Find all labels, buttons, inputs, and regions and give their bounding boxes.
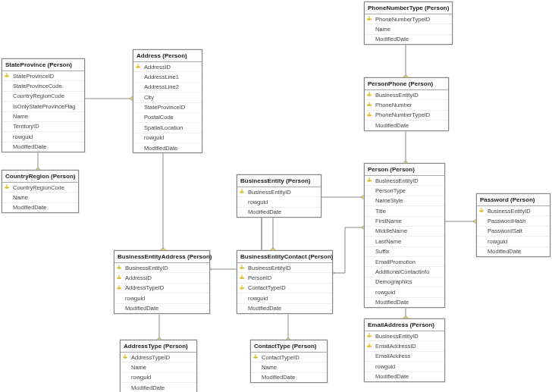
entity-title: BusinessEntity (Person) [237, 175, 321, 187]
entity-title: BusinessEntityContact (Person) [237, 251, 332, 263]
column: rowguid [133, 133, 202, 143]
column: ModifiedDate [365, 298, 444, 307]
column: ModifiedDate [2, 203, 78, 212]
entity-title: Person (Person) [365, 164, 444, 176]
column: EmailPromotion [365, 257, 444, 267]
pk-column: BusinessEntityID [237, 263, 332, 273]
entity-countryregion[interactable]: CountryRegion (Person)CountryRegionCodeN… [2, 170, 79, 213]
column: Name [251, 362, 327, 372]
entity-title: PersonPhone (Person) [365, 78, 448, 90]
entity-title: ContactType (Person) [251, 340, 327, 353]
pk-column: BusinessEntityID [365, 90, 448, 100]
column: NameStyle [365, 196, 444, 206]
entity-title: AddressType (Person) [121, 340, 196, 353]
column: rowguid [237, 197, 321, 207]
column: PasswordHash [477, 216, 550, 226]
column: PasswordSalt [477, 227, 550, 237]
column: PostalCode [133, 113, 202, 123]
pk-column: EmailAddressID [365, 341, 444, 351]
pk-column: BusinessEntityID [477, 206, 550, 216]
column: ModifiedDate [2, 143, 84, 152]
entity-title: BusinessEntityAddress (Person) [114, 251, 209, 263]
entity-title: StateProvince (Person) [2, 59, 84, 71]
pk-column: AddressTypeID [121, 353, 196, 362]
column: rowguid [477, 237, 550, 246]
column: MiddleName [365, 227, 444, 237]
entity-password[interactable]: Password (Person)BusinessEntityIDPasswor… [476, 193, 550, 257]
column: rowguid [2, 132, 84, 142]
column: AddressLine2 [133, 83, 202, 93]
column: Suffix [365, 247, 444, 257]
column: rowguid [365, 362, 444, 372]
column: ModifiedDate [133, 143, 202, 152]
entity-stateprovince[interactable]: StateProvince (Person)StateProvinceIDSta… [2, 58, 85, 152]
entity-title: PhoneNumberType (Person) [365, 2, 452, 14]
column: LastName [365, 237, 444, 246]
pk-column: BusinessEntityID [114, 263, 209, 273]
pk-column: BusinessEntityID [365, 331, 444, 341]
entity-businessentitycontact[interactable]: BusinessEntityContact (Person)BusinessEn… [237, 250, 333, 314]
column: ModifiedDate [365, 35, 452, 44]
column: ModifiedDate [121, 383, 196, 392]
pk-column: AddressTypeID [114, 284, 209, 293]
column: AddressLine1 [133, 72, 202, 82]
column: rowguid [114, 293, 209, 303]
entity-title: CountryRegion (Person) [2, 171, 78, 183]
entity-person[interactable]: Person (Person)BusinessEntityIDPersonTyp… [364, 163, 445, 308]
column: IsOnlyStateProvinceFlag [2, 102, 84, 111]
column: rowguid [365, 287, 444, 297]
column: Demographics [365, 278, 444, 287]
column: TerritoryID [2, 122, 84, 132]
entity-businessentityaddress[interactable]: BusinessEntityAddress (Person)BusinessEn… [114, 250, 210, 314]
entity-contacttype[interactable]: ContactType (Person)ContactTypeIDNameMod… [250, 340, 328, 383]
entity-title: Address (Person) [133, 50, 202, 62]
column: AdditionalContactInfo [365, 267, 444, 277]
pk-column: ContactTypeID [237, 284, 332, 293]
entity-businessentity[interactable]: BusinessEntity (Person)BusinessEntityIDr… [237, 174, 321, 218]
column: Name [2, 193, 78, 202]
pk-column: ContactTypeID [251, 353, 327, 362]
column: ModifiedDate [477, 247, 550, 256]
pk-column: BusinessEntityID [365, 176, 444, 186]
column: rowguid [121, 373, 196, 383]
pk-column: BusinessEntityID [237, 187, 321, 197]
column: FirstName [365, 217, 444, 227]
pk-column: PhoneNumberTypeID [365, 111, 448, 121]
column: StateProvinceCode [2, 81, 84, 91]
column: Name [365, 24, 452, 34]
column: ModifiedDate [251, 373, 327, 382]
column: ModifiedDate [365, 121, 448, 130]
pk-column: StateProvinceID [2, 71, 84, 81]
column: ModifiedDate [114, 304, 209, 313]
column: Title [365, 206, 444, 216]
column: Name [121, 362, 196, 372]
entity-emailaddress[interactable]: EmailAddress (Person)BusinessEntityIDEma… [364, 318, 445, 382]
column: Name [2, 112, 84, 122]
column: ModifiedDate [237, 208, 321, 217]
column: ModifiedDate [237, 304, 332, 313]
pk-column: AddressID [114, 273, 209, 283]
column: PersonType [365, 186, 444, 196]
entity-addresstype[interactable]: AddressType (Person)AddressTypeIDNamerow… [120, 340, 197, 392]
pk-column: PhoneNumberTypeID [365, 14, 452, 24]
pk-column: AddressID [133, 62, 202, 72]
pk-column: PersonID [237, 273, 332, 283]
entity-phonenumbertype[interactable]: PhoneNumberType (Person)PhoneNumberTypeI… [364, 2, 453, 45]
column: SpatialLocation [133, 123, 202, 133]
entity-title: Password (Person) [477, 194, 550, 206]
entity-title: EmailAddress (Person) [365, 319, 444, 331]
pk-column: PhoneNumber [365, 100, 448, 110]
pk-column: CountryRegionCode [2, 183, 78, 193]
entity-address[interactable]: Address (Person)AddressIDAddressLine1Add… [133, 49, 202, 153]
column: City [133, 93, 202, 102]
column: rowguid [237, 293, 332, 303]
column: StateProvinceID [133, 103, 202, 113]
entity-personphone[interactable]: PersonPhone (Person)BusinessEntityIDPhon… [364, 77, 449, 131]
column: ModifiedDate [365, 372, 444, 381]
column: CountryRegionCode [2, 92, 84, 102]
column: EmailAddress [365, 352, 444, 362]
